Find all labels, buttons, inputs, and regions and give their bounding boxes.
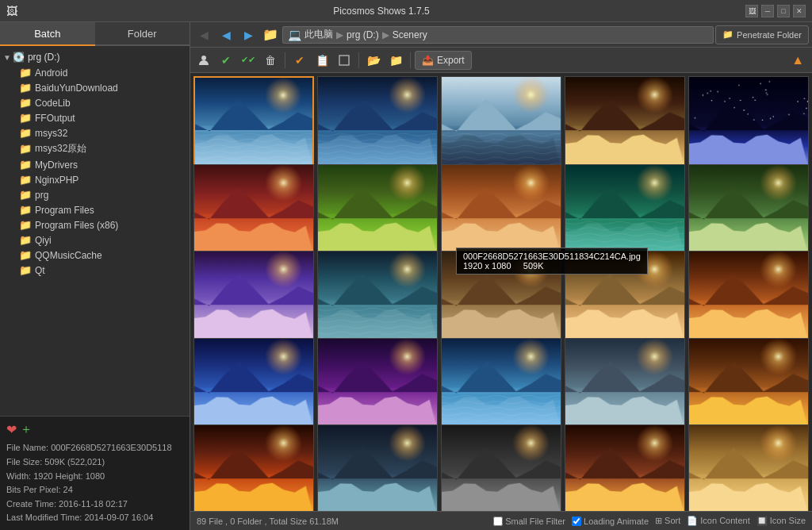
- icon-size-label: 🔲 Icon Size: [756, 516, 806, 526]
- image-thumb-12[interactable]: [317, 251, 438, 341]
- folder2-button[interactable]: 📁: [385, 50, 406, 71]
- image-thumb-19[interactable]: [565, 338, 685, 428]
- tree-item-qt[interactable]: 📁 Qt: [16, 263, 190, 278]
- tab-folder[interactable]: Folder: [95, 22, 190, 46]
- folder-button[interactable]: 📁: [260, 25, 281, 44]
- plus-icon[interactable]: ＋: [20, 421, 33, 438]
- folder-icon: 📁: [19, 174, 32, 186]
- addr-folder[interactable]: Scenery: [393, 29, 427, 40]
- close-button[interactable]: ✕: [793, 5, 806, 17]
- thumb-canvas-8: [442, 165, 561, 254]
- up-arrow-button[interactable]: ▲: [787, 53, 809, 67]
- filename-label: File Name:: [6, 443, 51, 452]
- width-value: 1920: [33, 471, 52, 481]
- loading-animate-item: Loading Animate: [572, 517, 649, 526]
- check-green-button[interactable]: ✔: [216, 50, 236, 71]
- tree-item-nginxphp[interactable]: 📁 NginxPHP: [16, 172, 190, 187]
- image-thumb-8[interactable]: [441, 164, 561, 255]
- thumb-canvas-14: [565, 252, 684, 340]
- penetrate-folder-button[interactable]: 📁 Penetrate Folder: [715, 25, 809, 44]
- open-folder-button[interactable]: 📂: [363, 50, 384, 71]
- image-thumb-25[interactable]: [688, 424, 809, 511]
- addr-computer[interactable]: 此电脑: [304, 28, 333, 41]
- tree-item-prg[interactable]: 📁 prg: [16, 187, 190, 202]
- tab-batch[interactable]: Batch: [0, 22, 95, 46]
- image-thumb-18[interactable]: [441, 338, 561, 428]
- maximize-button[interactable]: □: [777, 5, 790, 17]
- thumb-canvas-6: [194, 165, 313, 254]
- tree-item-codelib[interactable]: 📁 CodeLib: [16, 95, 190, 110]
- back2-button[interactable]: ◀: [216, 25, 236, 44]
- image-thumb-15[interactable]: [688, 251, 809, 341]
- image-thumb-21[interactable]: [193, 424, 314, 511]
- bpp-value: 24: [63, 485, 73, 494]
- image-thumb-16[interactable]: [193, 338, 314, 428]
- forward-button[interactable]: ▶: [238, 25, 259, 44]
- image-thumb-13[interactable]: [441, 251, 561, 341]
- thumb-canvas-13: [442, 252, 561, 340]
- image-thumb-7[interactable]: [317, 164, 438, 255]
- image-thumb-3[interactable]: [441, 76, 561, 167]
- person-button[interactable]: [193, 50, 214, 71]
- check-multi-button[interactable]: ✔✔: [238, 50, 259, 71]
- separator-1: [285, 52, 285, 68]
- tree-item-msys32yuanshi[interactable]: 📁 msys32原始: [16, 140, 190, 157]
- tree-item-android[interactable]: 📁 Android: [16, 65, 190, 80]
- gray-box-button[interactable]: [334, 50, 354, 71]
- thumb-canvas-24: [565, 425, 684, 511]
- tree-item-ffoutput[interactable]: 📁 FFOutput: [16, 110, 190, 125]
- small-file-filter-item: Small File Filter: [493, 517, 565, 526]
- tree-item-baiduyundownload[interactable]: 📁 BaiduYunDownload: [16, 80, 190, 95]
- folder-icon: 📁: [19, 234, 32, 246]
- image-thumb-10[interactable]: [688, 164, 809, 255]
- icon-content-label: 📄 Icon Content: [687, 516, 749, 526]
- tree-root-item[interactable]: ▼ 💽 prg (D:): [0, 49, 190, 65]
- image-thumb-5[interactable]: [688, 76, 809, 167]
- folder-icon: 📁: [19, 82, 32, 94]
- copy-button[interactable]: 📋: [312, 50, 332, 71]
- folder-icon: 📁: [19, 67, 32, 79]
- address-bar[interactable]: 💻 此电脑 ▶ prg (D:) ▶ Scenery: [282, 26, 714, 44]
- addr-drive[interactable]: prg (D:): [347, 29, 379, 40]
- image-thumb-20[interactable]: [688, 338, 809, 428]
- back-button[interactable]: ◀: [193, 25, 214, 44]
- heart-icon: ❤: [6, 422, 17, 437]
- minimize-button[interactable]: ─: [761, 5, 774, 17]
- folder-icon: 📁: [19, 97, 32, 109]
- image-thumb-11[interactable]: [193, 251, 314, 341]
- window-icon-btn[interactable]: 🖼: [745, 5, 758, 17]
- image-thumb-4[interactable]: [565, 76, 685, 167]
- image-thumb-2[interactable]: [317, 76, 438, 167]
- thumb-canvas-25: [689, 425, 808, 511]
- app-title: Picosmos Shows 1.7.5: [17, 6, 745, 17]
- tree-item-qqmusiccache[interactable]: 📁 QQMusicCache: [16, 248, 190, 263]
- thumb-canvas-10: [689, 165, 808, 254]
- tree-item-qiyi[interactable]: 📁 Qiyi: [16, 232, 190, 248]
- image-thumb-17[interactable]: [317, 338, 438, 428]
- folder-icon: 📁: [19, 204, 32, 216]
- folder-icon: 📁: [19, 127, 32, 139]
- tree-item-mydrivers[interactable]: 📁 MyDrivers: [16, 157, 190, 172]
- image-thumb-24[interactable]: [565, 424, 685, 511]
- status-bar: 89 File , 0 Folder , Total Size 61.18M S…: [190, 511, 812, 530]
- image-thumb-23[interactable]: [441, 424, 561, 511]
- height-value: 1080: [86, 471, 105, 481]
- image-thumb-14[interactable]: [565, 251, 685, 341]
- thumb-canvas-11: [194, 252, 313, 340]
- v-check-button[interactable]: ✔: [289, 50, 310, 71]
- tree-item-programfiles[interactable]: 📁 Program Files: [16, 202, 190, 217]
- image-grid[interactable]: [190, 73, 812, 511]
- folder-icon: 📁: [19, 143, 32, 155]
- delete-button[interactable]: 🗑: [260, 50, 281, 71]
- tree-item-msys32[interactable]: 📁 msys32: [16, 125, 190, 140]
- image-thumb-22[interactable]: [317, 424, 438, 511]
- image-thumb-6[interactable]: [193, 164, 314, 255]
- export-button[interactable]: 📤 Export: [415, 51, 472, 70]
- small-file-filter-checkbox[interactable]: [493, 517, 503, 526]
- image-thumb-1[interactable]: [193, 76, 314, 167]
- folder-tree[interactable]: ▼ 💽 prg (D:) 📁 Android 📁 BaiduYunDownloa…: [0, 46, 190, 416]
- loading-animate-label: Loading Animate: [584, 517, 649, 526]
- image-thumb-9[interactable]: [565, 164, 685, 255]
- loading-animate-checkbox[interactable]: [572, 517, 581, 526]
- tree-item-programfilesx86[interactable]: 📁 Program Files (x86): [16, 217, 190, 232]
